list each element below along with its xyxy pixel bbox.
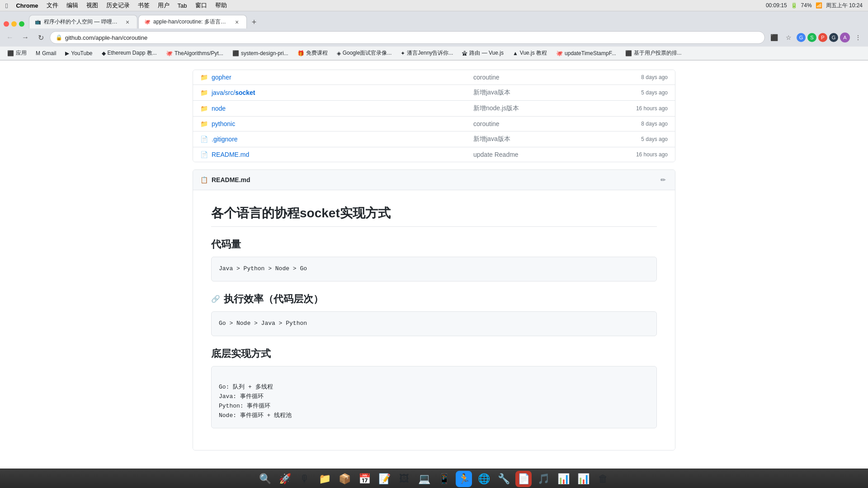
bookmark-vuetutorial[interactable]: ▲ Vue.js 教程 — [509, 48, 551, 58]
readme-book-icon: 📋 — [200, 176, 208, 183]
menu-history[interactable]: 历史记录 — [106, 1, 130, 9]
forward-button[interactable]: → — [19, 31, 32, 44]
file-row-readme: 📄 README.md update Readme 16 hours ago — [193, 147, 675, 162]
menu-bookmarks[interactable]: 书签 — [138, 1, 150, 9]
readme-code-block-3: Go: 队列 + 多线程 Java: 事件循环 Python: 事件循环 Nod… — [211, 366, 657, 428]
readme-code-block-2: Go > Node > Java > Python — [211, 311, 657, 336]
menu-edit[interactable]: 编辑 — [66, 1, 78, 9]
bookmark-jenny[interactable]: ✦ 潘言Jenny告诉你... — [397, 48, 457, 58]
dock-music[interactable]: 🎵 — [535, 471, 552, 487]
mac-status-icons: 00:09:15 🔋 74% 📶 周五上午 10:24 — [766, 2, 863, 9]
dock-sourcetree[interactable]: 🔧 — [495, 471, 512, 487]
dock-terminal[interactable]: 💻 — [416, 471, 432, 487]
tab-bilibili[interactable]: 📺 程序小样的个人空间 — 哔哩哔哩... × — [29, 15, 137, 28]
wifi-icon: 📶 — [816, 2, 822, 9]
bookmark-system-design[interactable]: ⬛ system-design-pri... — [229, 49, 292, 57]
menu-help[interactable]: 帮助 — [215, 1, 227, 9]
reload-button[interactable]: ↻ — [34, 31, 47, 44]
bookmark-label: YouTube — [71, 50, 92, 56]
extension-btn4[interactable]: G — [829, 33, 838, 42]
battery-percent: 74% — [801, 2, 812, 9]
commit-time-gopher: 8 days ago — [609, 74, 668, 80]
dock-chrome[interactable]: 🌐 — [476, 471, 492, 487]
bookmark-gmail[interactable]: M Gmail — [32, 49, 60, 57]
tab-github[interactable]: 🐙 apple-han/coroutine: 多语言实现... × — [138, 15, 247, 28]
mac-topbar:  Chrome 文件 编辑 视图 历史记录 书签 用户 Tab 窗口 帮助 0… — [0, 0, 868, 11]
menu-user[interactable]: 用户 — [158, 1, 170, 9]
dock-appstore[interactable]: 📱 — [436, 471, 452, 487]
readme-body: 各个语言的协程socket实现方式 代码量 Java > Python > No… — [193, 190, 675, 450]
bookmark-youtube[interactable]: ▶ YouTube — [61, 49, 96, 57]
dock-notes[interactable]: 📝 — [376, 471, 392, 487]
file-link-pythonic[interactable]: pythonic — [212, 120, 235, 127]
extension-btn2[interactable]: S — [807, 33, 816, 42]
dock-sequel[interactable]: 📊 — [555, 471, 571, 487]
dock-launchpad[interactable]: 🚀 — [277, 471, 293, 487]
bookmark-updatetimestamp[interactable]: 🐙 updateTimeStampF... — [552, 49, 620, 57]
bookmark-free-course[interactable]: 🎁 免费课程 — [294, 48, 331, 58]
updatetimestamp-icon: 🐙 — [556, 50, 563, 56]
bookmark-label: Ethereum Dapp 教... — [108, 49, 157, 57]
bookmark-voting[interactable]: ⬛ 基于用户投票的排... — [622, 48, 685, 58]
bookmark-google-interview[interactable]: ◈ Google面试官录像... — [333, 48, 396, 58]
readme-section3-heading: 底层实现方式 — [211, 347, 657, 361]
file-link-gitignore[interactable]: .gitignore — [212, 136, 238, 143]
bookmark-label: 潘言Jenny告诉你... — [407, 49, 453, 57]
menu-chrome[interactable]: Chrome — [16, 2, 38, 9]
back-button[interactable]: ← — [4, 31, 16, 44]
bookmark-apps[interactable]: ⬛ 应用 — [4, 48, 30, 58]
more-tools-btn[interactable]: ⋮ — [852, 31, 864, 44]
menu-view[interactable]: 视图 — [86, 1, 98, 9]
readme-edit-button[interactable]: ✏ — [659, 174, 668, 185]
dock-archive[interactable]: 📦 — [336, 471, 353, 487]
dock-siri[interactable]: 🎙 — [297, 471, 313, 487]
commit-msg-java: 新增java版本 — [473, 89, 609, 97]
bookmark-ethereum[interactable]: ◆ Ethereum Dapp 教... — [98, 48, 160, 58]
commit-msg-node: 新增node.js版本 — [473, 104, 609, 113]
bookmark-star-icon[interactable]: ☆ — [782, 31, 795, 44]
bookmark-algorithms[interactable]: 🐙 TheAlgorithms/Pyt... — [162, 49, 227, 57]
dock-photos[interactable]: 🖼 — [396, 471, 412, 487]
bookmark-label: Google面试官录像... — [343, 49, 392, 57]
extension-btn3[interactable]: P — [818, 33, 827, 42]
dock-calendar[interactable]: 📅 — [356, 471, 373, 487]
tab-close-github[interactable]: × — [233, 18, 241, 26]
google-interview-icon: ◈ — [337, 50, 341, 56]
time-display: 周五上午 10:24 — [826, 2, 863, 9]
tab-close-bilibili[interactable]: × — [123, 18, 132, 26]
extension-btn1[interactable]: G — [797, 33, 806, 42]
menu-tab[interactable]: Tab — [178, 2, 187, 9]
file-row-node: 📁 node 新增node.js版本 16 hours ago — [193, 101, 675, 117]
bookmark-vuerouter[interactable]: 🛣 路由 — Vue.js — [458, 48, 507, 58]
free-course-icon: 🎁 — [297, 50, 304, 56]
url-text: github.com/apple-han/coroutine — [65, 34, 759, 41]
screenshare-icon[interactable]: ⬛ — [768, 31, 780, 44]
dock-files[interactable]: 📁 — [316, 471, 333, 487]
dock-sequel2[interactable]: 📊 — [575, 471, 591, 487]
menu-file[interactable]: 文件 — [47, 1, 58, 9]
bookmark-label: 路由 — Vue.js — [469, 49, 504, 57]
dock-finder[interactable]: 🔍 — [257, 471, 273, 487]
dock-acrobat[interactable]: 📄 — [515, 471, 532, 487]
readme-section: 📋 README.md ✏ 各个语言的协程socket实现方式 代码量 Java… — [193, 169, 675, 450]
apple-menu[interactable]:  — [5, 2, 8, 9]
file-link-java[interactable]: java/src/socket — [212, 89, 255, 96]
address-bar[interactable]: 🔒 github.com/apple-han/coroutine — [50, 31, 765, 44]
commit-msg-pythonic: coroutine — [473, 120, 609, 127]
file-link-readme[interactable]: README.md — [212, 151, 249, 158]
window-minimize-btn[interactable] — [11, 21, 17, 27]
menu-window[interactable]: 窗口 — [195, 1, 207, 9]
apps-icon: ⬛ — [7, 50, 14, 56]
bookmark-label: updateTimeStampF... — [565, 50, 616, 56]
dock-activity[interactable]: 🏃 — [456, 471, 472, 487]
window-maximize-btn[interactable] — [19, 21, 24, 27]
new-tab-button[interactable]: + — [248, 16, 260, 28]
profile-avatar[interactable]: A — [840, 33, 850, 42]
window-close-btn[interactable] — [4, 21, 9, 27]
dock-trash[interactable]: 🗑 — [595, 471, 611, 487]
folder-icon: 📁 — [200, 74, 208, 81]
file-link-gopher[interactable]: gopher — [212, 74, 231, 81]
vuerouter-icon: 🛣 — [462, 50, 467, 56]
file-link-node[interactable]: node — [212, 105, 226, 112]
folder-icon-java: 📁 — [200, 89, 208, 96]
